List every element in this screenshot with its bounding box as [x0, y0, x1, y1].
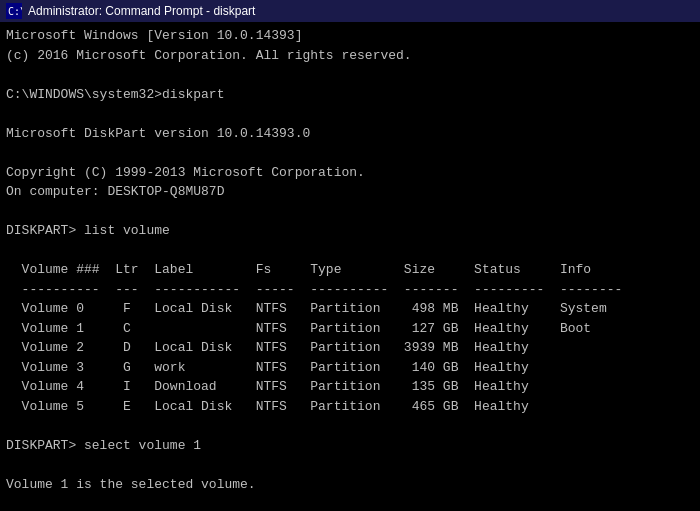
terminal-line	[6, 241, 694, 261]
terminal-line: Volume ### Ltr Label Fs Type Size Status…	[6, 260, 694, 280]
terminal-line: (c) 2016 Microsoft Corporation. All righ…	[6, 46, 694, 66]
terminal-line: Copyright (C) 1999-2013 Microsoft Corpor…	[6, 163, 694, 183]
terminal-line	[6, 143, 694, 163]
terminal-line	[6, 202, 694, 222]
title-bar-text: Administrator: Command Prompt - diskpart	[28, 4, 694, 18]
cmd-icon: C:\	[6, 3, 22, 19]
terminal-line: Volume 3 G work NTFS Partition 140 GB He…	[6, 358, 694, 378]
terminal-line: Volume 1 C NTFS Partition 127 GB Healthy…	[6, 319, 694, 339]
terminal-line: Volume 4 I Download NTFS Partition 135 G…	[6, 377, 694, 397]
terminal-line	[6, 65, 694, 85]
terminal-line: Volume 5 E Local Disk NTFS Partition 465…	[6, 397, 694, 417]
terminal-line: C:\WINDOWS\system32>diskpart	[6, 85, 694, 105]
terminal-line	[6, 104, 694, 124]
terminal-line: Microsoft DiskPart version 10.0.14393.0	[6, 124, 694, 144]
title-bar: C:\ Administrator: Command Prompt - disk…	[0, 0, 700, 22]
terminal-line: Microsoft Windows [Version 10.0.14393]	[6, 26, 694, 46]
svg-text:C:\: C:\	[8, 6, 22, 17]
terminal-line: DISKPART> select volume 1	[6, 436, 694, 456]
terminal-line: ---------- --- ----------- ----- -------…	[6, 280, 694, 300]
terminal: Microsoft Windows [Version 10.0.14393](c…	[0, 22, 700, 511]
terminal-line: Volume 0 F Local Disk NTFS Partition 498…	[6, 299, 694, 319]
terminal-line	[6, 494, 694, 511]
terminal-line	[6, 455, 694, 475]
terminal-line: DISKPART> list volume	[6, 221, 694, 241]
terminal-line: Volume 1 is the selected volume.	[6, 475, 694, 495]
terminal-line	[6, 416, 694, 436]
terminal-line: Volume 2 D Local Disk NTFS Partition 393…	[6, 338, 694, 358]
terminal-line: On computer: DESKTOP-Q8MU87D	[6, 182, 694, 202]
